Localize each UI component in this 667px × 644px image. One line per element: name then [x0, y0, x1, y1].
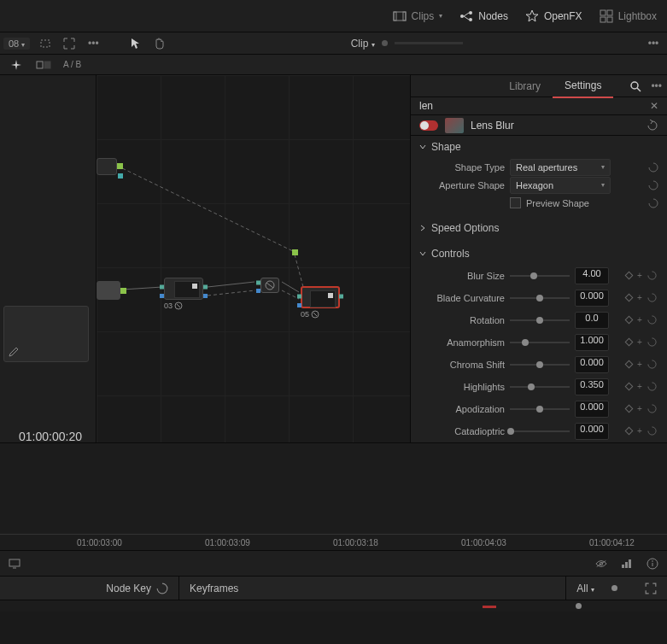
apodization-slider[interactable]	[510, 401, 570, 418]
reset-node-key[interactable]	[156, 583, 168, 594]
effect-reset-icon[interactable]	[647, 120, 658, 132]
catadioptric-add-keyframe[interactable]: +	[637, 426, 642, 436]
timeline-ruler[interactable]: 01:00:03:0001:00:03:0901:00:03:1801:00:0…	[0, 534, 667, 551]
section-shape[interactable]: Shape	[411, 136, 667, 158]
bottom-thin-strip[interactable]	[0, 600, 667, 612]
catadioptric-reset[interactable]	[647, 426, 657, 436]
inspector-more[interactable]: •••	[651, 80, 662, 92]
clip-thumbnail[interactable]	[3, 306, 89, 362]
aperture-dropdown[interactable]: Hexagon▾	[510, 177, 611, 194]
preview-shape-checkbox[interactable]	[510, 197, 521, 208]
section-controls[interactable]: Controls	[411, 243, 667, 265]
strip-playhead[interactable]	[576, 603, 582, 609]
toolbar-more-right[interactable]: •••	[645, 37, 662, 50]
expand-keyframes-icon[interactable]	[645, 583, 657, 594]
all-dropdown[interactable]: All ▾	[576, 583, 594, 594]
apodization-input[interactable]: 0.000	[575, 401, 609, 418]
node-output-green	[117, 163, 123, 169]
blur_size-reset[interactable]	[647, 271, 657, 280]
highlights-keyframe[interactable]	[625, 383, 634, 391]
blade_curvature-slider[interactable]	[510, 290, 570, 307]
free-green-dot[interactable]	[292, 249, 298, 255]
pointer-tool[interactable]	[127, 37, 144, 50]
clips-button[interactable]: Clips ▾	[393, 9, 443, 23]
rotation-reset[interactable]	[647, 315, 657, 325]
lightbox-icon	[600, 9, 613, 23]
shape-type-dropdown[interactable]: Real apertures▾	[510, 159, 611, 176]
expand-icon[interactable]	[61, 37, 78, 50]
reset-shape-type[interactable]	[648, 162, 658, 173]
node-input-mid[interactable]	[97, 281, 120, 300]
chroma_shift-add-keyframe[interactable]: +	[637, 360, 642, 369]
blade_curvature-add-keyframe[interactable]: +	[637, 293, 642, 302]
chroma_shift-keyframe[interactable]	[625, 360, 634, 369]
blur_size-add-keyframe[interactable]: +	[637, 271, 642, 280]
catadioptric-label: Catadioptric	[419, 426, 505, 436]
nodes-button[interactable]: Nodes	[459, 9, 508, 23]
highlight-icon[interactable]	[37, 37, 54, 50]
reset-aperture[interactable]	[648, 180, 658, 190]
blade_curvature-input[interactable]: 0.000	[575, 290, 609, 307]
anamorphism-keyframe[interactable]	[625, 338, 634, 347]
search-input[interactable]	[419, 100, 650, 112]
tab-settings[interactable]: Settings	[553, 74, 613, 98]
clip-selector[interactable]: Clip ▾	[351, 38, 375, 50]
more-icon[interactable]: •••	[85, 37, 102, 50]
node-editor[interactable]: 03 05 01:00:00:20	[0, 75, 411, 442]
chroma_shift-reset[interactable]	[647, 360, 657, 369]
apodization-add-keyframe[interactable]: +	[637, 404, 642, 413]
catadioptric-keyframe[interactable]	[625, 427, 634, 436]
node-input-top[interactable]	[97, 158, 117, 175]
anamorphism-slider[interactable]	[510, 334, 570, 351]
anamorphism-add-keyframe[interactable]: +	[637, 337, 642, 347]
blur_size-keyframe[interactable]	[625, 272, 634, 280]
chroma_shift-slider[interactable]	[510, 356, 570, 373]
node-key-label[interactable]: Node Key	[106, 583, 151, 594]
catadioptric-slider[interactable]	[510, 423, 570, 440]
rotation-input[interactable]: 0.0	[575, 312, 609, 329]
blur_size-input[interactable]: 4.00	[575, 267, 609, 284]
clear-search[interactable]: ✕	[650, 100, 658, 112]
effect-enable-toggle[interactable]	[419, 120, 438, 131]
param-shape-type: Shape Type Real apertures▾	[411, 158, 667, 176]
split-icon[interactable]	[36, 59, 51, 71]
rotation-keyframe[interactable]	[625, 316, 634, 325]
rotation-add-keyframe[interactable]: +	[637, 315, 642, 325]
apodization-reset[interactable]	[647, 404, 657, 413]
reset-preview-shape[interactable]	[648, 198, 658, 208]
lightbox-button[interactable]: Lightbox	[600, 9, 657, 23]
highlights-slider[interactable]	[510, 378, 570, 395]
ab-label[interactable]: A / B	[63, 60, 81, 69]
node-mixer[interactable]	[260, 278, 279, 293]
blur_size-slider[interactable]	[510, 267, 570, 284]
highlights-input[interactable]: 0.350	[575, 378, 609, 395]
info-icon[interactable]	[647, 558, 658, 570]
section-speed[interactable]: Speed Options	[411, 217, 667, 239]
effect-thumbnail	[445, 118, 464, 133]
highlights-add-keyframe[interactable]: +	[637, 382, 642, 391]
highlights-reset[interactable]	[647, 382, 657, 391]
anamorphism-input[interactable]: 1.000	[575, 334, 609, 351]
hand-tool[interactable]	[151, 37, 168, 50]
monitor-icon[interactable]	[9, 558, 20, 570]
keyframe-marker[interactable]	[611, 585, 617, 591]
apodization-keyframe[interactable]	[625, 405, 634, 413]
mixer-in2	[256, 289, 260, 293]
svg-line-23	[177, 304, 180, 307]
bars-icon[interactable]	[621, 558, 633, 570]
node-03[interactable]: 03	[164, 278, 203, 310]
eye-off-icon[interactable]	[595, 558, 607, 570]
anamorphism-reset[interactable]	[647, 337, 657, 347]
blade_curvature-reset[interactable]	[647, 293, 657, 302]
openfx-button[interactable]: OpenFX	[525, 9, 582, 23]
frame-dropdown[interactable]: 08 ▾	[3, 38, 30, 50]
catadioptric-input[interactable]: 0.000	[575, 423, 609, 440]
sparkle-icon[interactable]	[9, 59, 24, 71]
keyframes-label[interactable]: Keyframes	[190, 583, 238, 594]
node-05[interactable]: 05	[301, 286, 340, 319]
rotation-slider[interactable]	[510, 312, 570, 329]
search-button[interactable]	[625, 76, 646, 97]
blade_curvature-keyframe[interactable]	[625, 294, 634, 302]
tab-library[interactable]: Library	[497, 75, 553, 97]
chroma_shift-input[interactable]: 0.000	[575, 356, 609, 373]
